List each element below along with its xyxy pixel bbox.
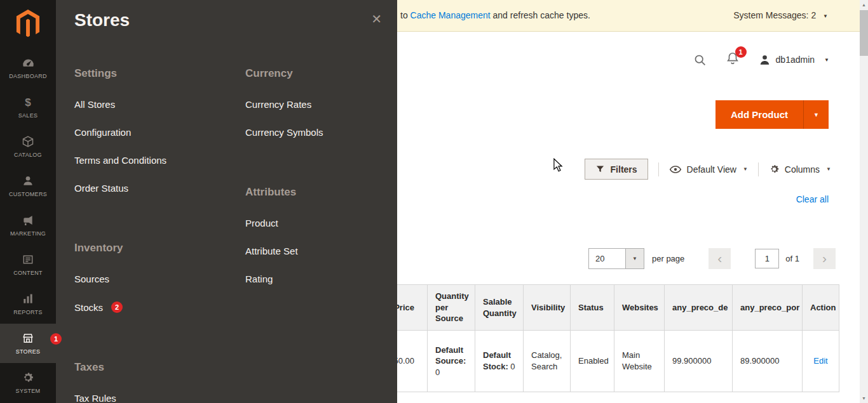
menu-item-rating[interactable]: Rating <box>245 274 388 284</box>
menu-item-currency-symbols[interactable]: Currency Symbols <box>245 127 388 138</box>
sidebar-item-label: STORES <box>16 348 41 355</box>
column-header-salable-quantity[interactable]: Salable Quantity <box>475 285 524 331</box>
cache-message: to Cache Management and refresh cache ty… <box>400 0 590 31</box>
chevron-down-icon: ▼ <box>632 256 637 261</box>
menu-item-sources[interactable]: Sources <box>74 274 233 284</box>
stock-label: Default Stock: <box>483 350 511 371</box>
notifications-bell[interactable]: 1 <box>726 51 740 68</box>
inventory-list: Sources Stocks 2 <box>74 274 233 313</box>
chevron-right-icon: › <box>822 251 827 265</box>
scroll-down-icon[interactable]: ▼ <box>860 393 868 403</box>
columns-label: Columns <box>785 164 820 175</box>
menu-item-order-status[interactable]: Order Status <box>74 183 233 194</box>
sidebar-item-label: SYSTEM <box>16 388 41 394</box>
toolbar-divider <box>658 162 659 176</box>
page-size-value: 20 <box>589 249 625 268</box>
section-heading-taxes: Taxes <box>74 361 233 374</box>
edit-link[interactable]: Edit <box>813 356 827 366</box>
table-row: 650.00 Default Source: 0 Default Stock: … <box>344 331 839 392</box>
filters-label: Filters <box>611 164 637 175</box>
next-page-button[interactable]: › <box>813 248 836 269</box>
sidebar-item-dashboard[interactable]: DASHBOARD <box>0 48 56 88</box>
cell-action: Edit <box>803 331 839 392</box>
menu-item-all-stores[interactable]: All Stores <box>74 99 233 110</box>
funnel-icon <box>595 164 605 174</box>
gear-icon <box>769 164 780 175</box>
current-page-input[interactable] <box>755 249 779 268</box>
page-actions: Add Product ▼ <box>715 100 829 129</box>
magento-logo[interactable] <box>0 0 56 48</box>
stocks-label: Stocks <box>74 302 103 313</box>
section-heading-currency: Currency <box>245 67 388 80</box>
system-messages-toggle[interactable]: System Messages: 2 ▼ <box>733 0 828 32</box>
vertical-scrollbar[interactable]: ▲ ▼ <box>860 0 868 403</box>
sidebar-item-label: MARKETING <box>10 230 46 237</box>
stores-badge: 1 <box>50 333 62 345</box>
menu-item-stocks[interactable]: Stocks 2 <box>74 301 233 313</box>
eye-icon <box>669 163 682 176</box>
menu-item-attribute-set[interactable]: Attribute Set <box>245 246 388 256</box>
toolbar-divider <box>758 162 759 176</box>
sidebar-item-customers[interactable]: CUSTOMERS <box>0 166 56 206</box>
sidebar-item-stores[interactable]: STORES 1 <box>0 324 56 363</box>
clear-all-link[interactable]: Clear all <box>796 194 829 204</box>
cell-quantity-per-source: Default Source: 0 <box>428 331 475 392</box>
search-icon[interactable] <box>693 53 707 67</box>
previous-page-button[interactable]: ‹ <box>709 248 731 269</box>
flyout-title: Stores <box>74 10 130 30</box>
column-header-visibility[interactable]: Visibility <box>524 285 571 331</box>
stocks-badge: 2 <box>111 301 123 313</box>
notifications-badge: 1 <box>735 46 747 58</box>
flyout-column-right: Currency Currency Rates Currency Symbols… <box>245 67 388 333</box>
sidebar-item-content[interactable]: CONTENT <box>0 245 56 284</box>
column-header-quantity-per-source[interactable]: Quantity per Source <box>428 285 475 331</box>
sidebar-item-catalog[interactable]: CATALOG <box>0 127 56 166</box>
close-icon[interactable]: ✕ <box>371 11 382 27</box>
add-product-button[interactable]: Add Product <box>715 100 803 129</box>
filters-button[interactable]: Filters <box>585 159 648 180</box>
sidebar-item-sales[interactable]: $ SALES <box>0 88 56 127</box>
add-product-dropdown-toggle[interactable]: ▼ <box>803 100 829 129</box>
sidebar-item-reports[interactable]: REPORTS <box>0 284 56 324</box>
column-header-action[interactable]: Action <box>803 285 839 331</box>
magento-logo-icon <box>15 10 41 39</box>
column-header-status[interactable]: Status <box>571 285 614 331</box>
menu-item-terms-and-conditions[interactable]: Terms and Conditions <box>74 155 233 166</box>
menu-item-product[interactable]: Product <box>245 218 388 228</box>
menu-item-tax-rules[interactable]: Tax Rules <box>74 393 233 403</box>
sidebar-item-marketing[interactable]: MARKETING <box>0 206 56 245</box>
admin-sidebar: DASHBOARD $ SALES CATALOG CUSTOMERS MARK… <box>0 0 56 403</box>
column-header-any-preco-de[interactable]: any_preco_de <box>665 285 733 331</box>
column-header-any-preco-por[interactable]: any_preco_por <box>733 285 803 331</box>
message-suffix: and refresh cache types. <box>491 10 590 20</box>
user-menu[interactable]: db1admin ▼ <box>759 54 829 66</box>
chevron-down-icon: ▼ <box>826 166 831 172</box>
scroll-up-icon[interactable]: ▲ <box>860 0 868 10</box>
menu-item-configuration[interactable]: Configuration <box>74 127 233 138</box>
section-heading-inventory: Inventory <box>74 242 233 254</box>
menu-item-currency-rates[interactable]: Currency Rates <box>245 99 388 110</box>
columns-control[interactable]: Columns ▼ <box>769 164 831 175</box>
sidebar-item-label: CONTENT <box>13 270 43 276</box>
content-icon <box>22 253 34 266</box>
grid-toolbar: Filters Default View ▼ Columns ▼ <box>585 159 831 180</box>
system-icon <box>22 371 34 384</box>
scrollbar-thumb[interactable] <box>860 10 868 56</box>
page-size-dropdown-toggle[interactable]: ▼ <box>625 249 644 268</box>
cell-websites: Main Website <box>614 331 665 392</box>
sidebar-item-system[interactable]: SYSTEM <box>0 363 56 402</box>
source-label: Default Source: <box>435 345 466 366</box>
add-product-split-button: Add Product ▼ <box>715 100 829 129</box>
cache-management-link[interactable]: Cache Management <box>410 10 491 20</box>
column-header-websites[interactable]: Websites <box>614 285 665 331</box>
admin-header: 1 db1admin ▼ <box>693 44 829 75</box>
sidebar-item-label: REPORTS <box>13 309 42 315</box>
stock-value: 0 <box>510 362 515 371</box>
cell-any-preco-de: 99.900000 <box>665 331 733 392</box>
view-control[interactable]: Default View ▼ <box>669 163 748 176</box>
page-size-select[interactable]: 20 ▼ <box>588 248 644 269</box>
view-label: Default View <box>687 164 736 175</box>
sidebar-item-label: DASHBOARD <box>9 73 47 79</box>
products-grid: Price Quantity per Source Salable Quanti… <box>343 284 839 392</box>
taxes-list: Tax Rules <box>74 393 233 403</box>
